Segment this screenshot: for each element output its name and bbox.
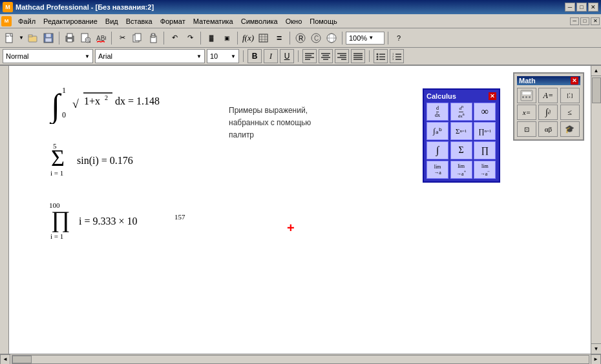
svg-text:1: 1 (62, 86, 66, 95)
menu-view[interactable]: Вид (101, 16, 122, 26)
menu-help[interactable]: Помощь (306, 16, 341, 26)
fmt-separator-3 (369, 50, 370, 62)
vertical-scrollbar[interactable]: ▲ ▼ (591, 66, 601, 354)
align-right-button[interactable] (335, 49, 349, 63)
numbering-button[interactable]: 123 (390, 49, 404, 63)
math-comparison-button[interactable]: ≤ (560, 105, 580, 120)
collaboratory-button[interactable]: C (309, 31, 323, 45)
horizontal-scrollbar[interactable]: ◄ ► (0, 354, 601, 364)
math-calculus-button[interactable]: ∫∂ (538, 105, 558, 120)
size-dropdown[interactable]: 10 ▼ (207, 49, 239, 63)
scroll-down-button[interactable]: ▼ (591, 343, 601, 354)
bullets-button[interactable] (374, 49, 388, 63)
math-programming-button[interactable]: ⊡ (517, 121, 536, 137)
scroll-left-button[interactable]: ◄ (0, 354, 10, 365)
inner-maximize-button[interactable]: □ (580, 17, 589, 25)
copy-button[interactable] (131, 31, 145, 45)
print-button[interactable] (63, 31, 77, 45)
inner-minimize-button[interactable]: ─ (570, 17, 579, 25)
close-button[interactable]: ✕ (588, 3, 598, 12)
fmt-separator-2 (298, 50, 299, 62)
font-dropdown[interactable]: Arial ▼ (95, 49, 205, 63)
calculus-sum-button[interactable]: Σn=1 (450, 122, 472, 140)
paste-button[interactable] (146, 31, 160, 45)
svg-rect-9 (67, 39, 72, 42)
resource-center-button[interactable]: R (293, 31, 308, 45)
menu-bar: M Файл Редактирование Вид Вставка Формат… (0, 14, 601, 28)
menu-insert[interactable]: Вставка (122, 16, 156, 26)
calculus-nth-derivative-button[interactable]: dndxn (450, 103, 472, 121)
calculus-limit-button[interactable]: lim→a (427, 161, 448, 179)
menu-math[interactable]: Математика (189, 16, 237, 26)
scroll-up-button[interactable]: ▲ (591, 66, 601, 76)
menu-edit[interactable]: Редактирование (39, 16, 101, 26)
cut-button[interactable]: ✂ (115, 31, 129, 45)
new-button[interactable] (3, 31, 17, 45)
insertion-cursor: + (287, 221, 295, 236)
calculus-product-button[interactable]: ∏n=1 (474, 122, 496, 140)
svg-text:∫: ∫ (49, 87, 62, 124)
svg-rect-8 (67, 34, 72, 37)
integral-formula: ∫ 1 0 √ 1+x 2 dx = 1.148 (48, 79, 190, 126)
svg-rect-78 (522, 92, 531, 95)
math-eval-button[interactable]: A= (538, 88, 558, 103)
zoom-dropdown[interactable]: 100% ▼ (346, 32, 385, 45)
svg-point-50 (377, 56, 379, 58)
redo-button[interactable]: ↷ (183, 31, 197, 45)
menu-symbolic[interactable]: Символика (237, 16, 282, 26)
calculus-right-limit-button[interactable]: lim→a+ (450, 161, 472, 179)
equals-button[interactable]: = (272, 31, 286, 45)
sum-formula: Σ 5 i = 1 sin(i) = 0.176 (48, 137, 177, 181)
help-button[interactable]: ? (392, 31, 406, 45)
math-palette-title: Math ✕ (517, 76, 580, 85)
calculus-def-integral-button[interactable]: ∫ₐᵇ (427, 122, 448, 140)
function-button[interactable]: f(x) (241, 31, 255, 45)
hscroll-track[interactable] (12, 355, 589, 364)
bold-button[interactable]: B (248, 49, 262, 63)
calculus-product2-button[interactable]: ∏ (474, 141, 496, 159)
calculus-summation-button[interactable]: Σ (450, 141, 472, 159)
text-button[interactable]: ▣ (220, 31, 234, 45)
maximize-button[interactable]: □ (576, 3, 587, 12)
math-greek-button[interactable]: αβ (538, 121, 558, 137)
hscroll-thumb[interactable] (12, 356, 32, 363)
italic-button[interactable]: I (264, 49, 278, 63)
scroll-thumb[interactable] (592, 77, 601, 103)
scroll-track[interactable] (591, 76, 601, 343)
math-symbolic-button[interactable]: 🎓 (560, 121, 580, 137)
align-justify-button[interactable] (351, 49, 365, 63)
svg-text:C: C (314, 35, 319, 42)
style-dropdown[interactable]: Normal ▼ (3, 49, 93, 63)
calculus-derivative-button[interactable]: ddx (427, 103, 448, 121)
menu-window[interactable]: Окно (282, 16, 306, 26)
svg-rect-20 (259, 34, 268, 42)
spell-check-button[interactable]: ABC (94, 31, 108, 45)
calculus-left-limit-button[interactable]: lim→a− (474, 161, 496, 179)
minimize-button[interactable]: ─ (565, 3, 575, 12)
print-preview-button[interactable] (78, 31, 92, 45)
math-variables-button[interactable]: x= (517, 105, 536, 120)
undo-button[interactable]: ↶ (167, 31, 182, 45)
math-matrix-button[interactable]: [⁚] (560, 88, 580, 103)
calculus-indef-integral-button[interactable]: ∫ (427, 141, 448, 159)
svg-text:sin(i) = 0.176: sin(i) = 0.176 (77, 155, 133, 167)
menu-file[interactable]: Файл (14, 16, 39, 26)
calculus-infinity-button[interactable]: ∞ (474, 103, 496, 121)
math-calculator-button[interactable] (517, 88, 536, 103)
new-dropdown-button[interactable]: ▼ (18, 31, 25, 45)
inner-close-button[interactable]: ✕ (591, 17, 600, 25)
open-button[interactable] (26, 31, 40, 45)
separator-2 (111, 32, 112, 45)
align-left-button[interactable] (302, 49, 317, 63)
math-palette-close-button[interactable]: ✕ (571, 77, 578, 85)
save-button[interactable] (41, 31, 56, 45)
underline-button[interactable]: U (280, 49, 294, 63)
calculus-palette-close-button[interactable]: ✕ (489, 92, 496, 100)
menu-format[interactable]: Формат (156, 16, 189, 26)
matrix-button[interactable] (257, 31, 271, 45)
align-center-button[interactable] (319, 49, 333, 63)
content-area[interactable]: ∫ 1 0 √ 1+x 2 dx = 1.148 (9, 66, 591, 354)
equation-button[interactable]: ▓ (204, 31, 218, 45)
web-button[interactable] (324, 31, 339, 45)
scroll-right-button[interactable]: ► (591, 354, 601, 365)
